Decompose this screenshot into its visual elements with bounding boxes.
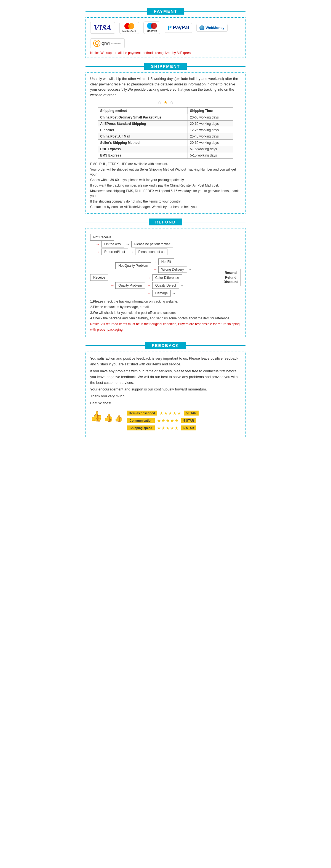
rating-badge: 5 STAR bbox=[184, 410, 199, 415]
qiwi-logo: Q QIWI кошелек bbox=[90, 38, 125, 48]
payment-logos-row: VISA MasterCard bbox=[90, 22, 241, 48]
shipment-box: Usually we will ship the other within 1-… bbox=[85, 72, 246, 214]
feedback-text5: Best Wishes! bbox=[90, 400, 241, 406]
header-line-right bbox=[184, 11, 246, 11]
not-receive-group: Not Receive → On the way → Please be pat… bbox=[90, 235, 241, 255]
rating-stars: ★★★★★ bbox=[157, 418, 179, 423]
please-contact-us-box: Please contact us bbox=[135, 249, 167, 255]
rating-stars: ★★★★★ bbox=[157, 426, 179, 431]
paypal-logo: P PayPal bbox=[165, 23, 192, 33]
col-shipping-method: Shipping method bbox=[98, 107, 188, 114]
on-the-way-row: → On the way → Please be patient to wait bbox=[96, 241, 241, 247]
thumbs-icons: 👍 👍 👍 bbox=[90, 410, 123, 422]
refund-note: 2.Please contact us by message, e-mail. bbox=[90, 304, 241, 310]
rating-badge: 5 STAR bbox=[181, 418, 196, 423]
header-line-left bbox=[85, 11, 147, 11]
shipping-note: EMS, DHL, FEDEX, UPS are available with … bbox=[90, 161, 241, 166]
page-wrapper: PAYMENT VISA MasterCard bbox=[83, 0, 248, 442]
quality-problem-box: Quality Problem bbox=[115, 282, 145, 289]
table-row: EMS Express5-15 working days bbox=[98, 152, 233, 159]
wrong-delivery-box: Wrong Delivery bbox=[158, 266, 187, 273]
quality-defect-box: Quality Defect bbox=[152, 282, 179, 289]
table-row: DHL Express5-15 working days bbox=[98, 146, 233, 152]
shipping-note: If the shipping company do not ship the … bbox=[90, 199, 241, 204]
refund-notes: 1.Please check the tracking information … bbox=[90, 299, 241, 332]
shipping-notes: EMS, DHL, FEDEX, UPS are available with … bbox=[90, 161, 241, 210]
payment-box: VISA MasterCard bbox=[85, 18, 246, 58]
feedback-text3: Your encouragement and support is our co… bbox=[90, 386, 241, 393]
shipping-table: Shipping method Shipping Time China Post… bbox=[98, 107, 233, 159]
feedback-ratings: 👍 👍 👍 Item as described★★★★★5 STARCommun… bbox=[90, 410, 241, 433]
maestro-logo: Maestro bbox=[143, 22, 160, 34]
refund-note: 1.Please check the tracking information … bbox=[90, 299, 241, 304]
refund-title: REFUND bbox=[149, 218, 183, 225]
feedback-box: You satisfaction and positive feedback i… bbox=[85, 351, 246, 437]
returned-lost-row: → Returned/Lost → Please contact us bbox=[96, 249, 241, 255]
refund-section-header: REFUND bbox=[85, 218, 246, 225]
not-fit-box: Not Fit bbox=[158, 258, 174, 265]
refund-red-notice: Notice: All returned items must be in th… bbox=[90, 321, 241, 333]
mastercard-logo: MasterCard bbox=[119, 22, 139, 34]
damage-box: Damage bbox=[152, 290, 171, 297]
refund-note: 3.We will check it for your with the pos… bbox=[90, 310, 241, 315]
receive-group: Receive → Not Quality Problem → Not Fit bbox=[90, 258, 241, 297]
payment-title: PAYMENT bbox=[147, 8, 184, 14]
table-row: E-packet12-25 working days bbox=[98, 127, 233, 133]
refund-note: 4.Check the package and item carefully, … bbox=[90, 315, 241, 321]
feedback-text4: Thank you very much! bbox=[90, 394, 241, 399]
rating-row: Item as described★★★★★5 STAR bbox=[127, 410, 241, 416]
feedback-section-header: FEEDBACK bbox=[85, 342, 246, 349]
shipping-note: Your order will be shipped out via Selle… bbox=[90, 167, 241, 177]
thumb-medium: 👍 bbox=[104, 413, 113, 422]
on-the-way-box: On the way bbox=[101, 241, 124, 247]
rating-badge: 5 STAR bbox=[181, 426, 196, 430]
rating-rows: Item as described★★★★★5 STARCommunicatio… bbox=[127, 410, 241, 433]
receive-box: Receive bbox=[90, 274, 108, 281]
shipping-note: Moveover, fast shipping EMS, DHL, FEDEX … bbox=[90, 188, 241, 198]
shipping-note: Contact us by email or Ali TradeManager.… bbox=[90, 205, 241, 210]
rating-label: Item as described bbox=[127, 410, 157, 415]
refund-flowchart: Not Receive → On the way → Please be pat… bbox=[90, 233, 241, 299]
shipment-title: SHIPPMENT bbox=[144, 63, 187, 70]
shipping-note: If you want the tracking number, please … bbox=[90, 183, 241, 188]
table-row: China Post Air Mail25-45 working days bbox=[98, 133, 233, 140]
not-quality-problem-box: Not Quality Problem bbox=[115, 262, 151, 269]
rating-label: Shipping speed bbox=[127, 426, 155, 430]
feedback-text1: You satisfaction and positive feedback i… bbox=[90, 356, 241, 367]
shipment-description: Usually we will ship the other within 1-… bbox=[90, 76, 241, 97]
rating-row: Communication★★★★★5 STAR bbox=[127, 418, 241, 423]
table-row: China Post Ordinary Small Packet Plus20-… bbox=[98, 114, 233, 121]
rating-stars: ★★★★★ bbox=[160, 410, 182, 416]
returned-lost-box: Returned/Lost bbox=[101, 249, 128, 255]
rating-label: Communication bbox=[127, 418, 155, 423]
rating-row: Shipping speed★★★★★5 STAR bbox=[127, 426, 241, 431]
stars-decoration: ☆ ★ ☆ bbox=[90, 100, 241, 105]
table-row: AliEPress Standard Shipping20-60 working… bbox=[98, 121, 233, 127]
thumb-small: 👍 bbox=[114, 414, 123, 422]
please-be-patient-box: Please be patient to wait bbox=[131, 241, 173, 247]
webmoney-logo: WebMoney bbox=[196, 24, 227, 32]
thumb-large: 👍 bbox=[90, 410, 103, 422]
shipping-note: Goods within 39-60 days, please wait for… bbox=[90, 178, 241, 182]
table-row: Seller's Shipping Method20-60 working da… bbox=[98, 140, 233, 146]
refund-box: Not Receive → On the way → Please be pat… bbox=[85, 228, 246, 337]
not-receive-box: Not Receive bbox=[90, 234, 114, 241]
resend-refund-box: ResendRefundDiscount bbox=[221, 269, 241, 286]
visa-logo: VISA bbox=[90, 22, 115, 34]
color-difference-box: Color Difference bbox=[152, 275, 182, 281]
shipment-section-header: SHIPPMENT bbox=[85, 63, 246, 70]
col-shipping-time: Shipping Time bbox=[188, 107, 233, 114]
feedback-text2: If you have any problems with our items … bbox=[90, 368, 241, 385]
payment-section-header: PAYMENT bbox=[85, 8, 246, 14]
payment-notice: Notice:We support all the payment method… bbox=[90, 51, 241, 55]
feedback-title: FEEDBACK bbox=[145, 342, 186, 349]
